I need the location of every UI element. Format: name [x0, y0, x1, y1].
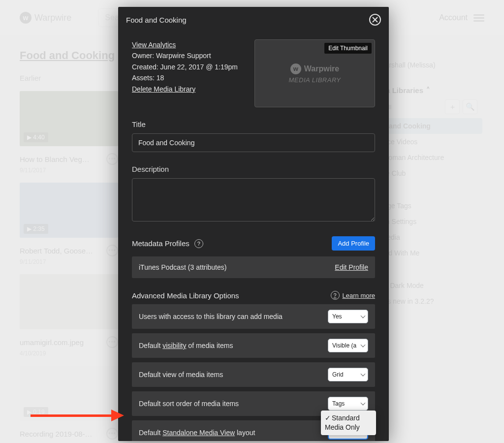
- close-button[interactable]: [369, 14, 381, 26]
- learn-more-link[interactable]: ? Learn more: [331, 291, 375, 300]
- title-input[interactable]: [132, 133, 375, 152]
- delete-library-link[interactable]: Delete Media Library: [132, 85, 195, 93]
- help-icon[interactable]: ?: [194, 239, 203, 248]
- owner-line: Owner: Warpwire Support: [132, 52, 211, 60]
- help-icon: ?: [331, 291, 340, 300]
- description-input[interactable]: [132, 178, 375, 222]
- option-select[interactable]: Grid: [328, 368, 368, 381]
- edit-thumbnail-button[interactable]: Edit Thumbnail: [324, 43, 372, 54]
- close-icon: [372, 17, 378, 23]
- add-profile-button[interactable]: Add Profile: [332, 236, 375, 251]
- brand-logo-icon: w: [290, 63, 301, 74]
- option-row-visibility: Default visibility of media items Visibl…: [132, 333, 375, 358]
- option-select[interactable]: Tags: [328, 397, 368, 411]
- view-analytics-link[interactable]: View Analytics: [132, 41, 176, 49]
- option-select[interactable]: Yes: [328, 310, 368, 323]
- modal-title: Food and Cooking: [126, 16, 187, 24]
- title-label: Title: [132, 120, 375, 128]
- option-row-view: Default view of media items Grid: [132, 362, 375, 387]
- option-row-add-media: Users with access to this library can ad…: [132, 304, 375, 329]
- dropdown-popover[interactable]: ✓Standard Media Only: [321, 411, 376, 435]
- thumbnail-preview: Edit Thumbnail w Warpwire MEDIA LIBRARY: [254, 39, 375, 107]
- metadata-profiles-heading: Metadata Profiles: [132, 239, 189, 248]
- created-line: Created: June 22, 2017 @ 1:19pm: [132, 63, 238, 71]
- option-select[interactable]: Visible (a: [328, 339, 368, 352]
- edit-profile-link[interactable]: Edit Profile: [335, 263, 368, 271]
- advanced-options-heading: Advanced Media Library Options: [132, 291, 239, 300]
- description-label: Description: [132, 165, 375, 173]
- assets-line: Assets: 18: [132, 74, 164, 82]
- library-settings-modal: Food and Cooking View Analytics Owner: W…: [118, 7, 389, 441]
- check-icon: ✓: [325, 413, 332, 423]
- metadata-profile-row: iTunes Podcast (3 attributes) Edit Profi…: [132, 256, 375, 278]
